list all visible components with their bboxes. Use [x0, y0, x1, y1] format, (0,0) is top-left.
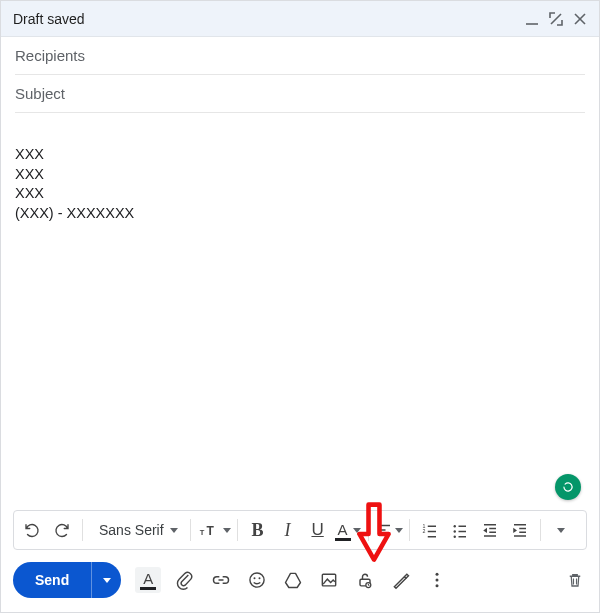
- header-controls: [525, 12, 587, 26]
- compose-window: Draft saved Recipients Subject XXX XXX X…: [0, 0, 600, 613]
- chevron-down-icon: [170, 528, 178, 533]
- bold-button[interactable]: B: [244, 515, 272, 545]
- svg-point-42: [436, 584, 439, 587]
- svg-line-1: [551, 14, 561, 24]
- svg-point-16: [453, 530, 455, 532]
- svg-point-15: [453, 525, 455, 527]
- recipients-placeholder: Recipients: [15, 47, 85, 64]
- svg-point-17: [453, 536, 455, 538]
- chevron-down-icon: [223, 528, 231, 533]
- chevron-down-icon: [557, 528, 565, 533]
- svg-text:2: 2: [422, 528, 425, 534]
- grammarly-status-icon[interactable]: [555, 474, 581, 500]
- confidential-mode-icon[interactable]: [353, 568, 377, 592]
- svg-text:T: T: [199, 528, 204, 537]
- discard-draft-icon[interactable]: [563, 568, 587, 592]
- compose-tools: A: [135, 567, 587, 593]
- insert-emoji-icon[interactable]: [245, 568, 269, 592]
- more-options-icon[interactable]: [425, 568, 449, 592]
- separator: [409, 519, 410, 541]
- subject-field[interactable]: Subject: [15, 75, 585, 113]
- subject-placeholder: Subject: [15, 85, 65, 102]
- compose-header: Draft saved: [1, 1, 599, 37]
- svg-point-31: [250, 573, 264, 587]
- more-formatting-dropdown[interactable]: [547, 515, 575, 545]
- compose-title: Draft saved: [13, 11, 85, 27]
- message-body[interactable]: XXX XXX XXX (XXX) - XXXXXXX: [1, 113, 599, 510]
- text-color-dropdown[interactable]: A: [334, 515, 362, 545]
- insert-photo-icon[interactable]: [317, 568, 341, 592]
- svg-marker-25: [483, 528, 487, 533]
- formatting-toolbar: Sans Serif TT B I U A 12: [13, 510, 587, 550]
- send-row: Send A: [1, 558, 599, 612]
- fields-area: Recipients Subject: [1, 37, 599, 113]
- fullscreen-icon[interactable]: [549, 12, 563, 26]
- attach-file-icon[interactable]: [173, 568, 197, 592]
- indent-more-button[interactable]: [506, 515, 534, 545]
- chevron-down-icon: [103, 578, 111, 583]
- separator: [82, 519, 83, 541]
- svg-line-39: [369, 585, 370, 586]
- redo-button[interactable]: [48, 515, 76, 545]
- separator: [368, 519, 369, 541]
- insert-drive-icon[interactable]: [281, 568, 305, 592]
- chevron-down-icon: [353, 528, 361, 533]
- font-family-label: Sans Serif: [99, 522, 164, 538]
- align-dropdown[interactable]: [375, 515, 403, 545]
- insert-link-icon[interactable]: [209, 568, 233, 592]
- close-icon[interactable]: [573, 12, 587, 26]
- bulleted-list-button[interactable]: [446, 515, 474, 545]
- svg-point-32: [254, 577, 256, 579]
- minimize-icon[interactable]: [525, 12, 539, 26]
- separator: [190, 519, 191, 541]
- svg-point-33: [259, 577, 261, 579]
- send-options-dropdown[interactable]: [91, 562, 121, 598]
- svg-marker-34: [286, 573, 301, 587]
- send-button[interactable]: Send: [13, 562, 91, 598]
- undo-button[interactable]: [18, 515, 46, 545]
- svg-text:T: T: [206, 524, 214, 538]
- font-size-dropdown[interactable]: TT: [197, 515, 231, 545]
- recipients-field[interactable]: Recipients: [15, 37, 585, 75]
- numbered-list-button[interactable]: 12: [416, 515, 444, 545]
- svg-point-40: [436, 573, 439, 576]
- svg-marker-30: [513, 528, 517, 533]
- underline-button[interactable]: U: [304, 515, 332, 545]
- font-family-dropdown[interactable]: Sans Serif: [89, 515, 184, 545]
- chevron-down-icon: [395, 528, 403, 533]
- indent-less-button[interactable]: [476, 515, 504, 545]
- send-group: Send: [13, 562, 121, 598]
- svg-point-41: [436, 579, 439, 582]
- separator: [540, 519, 541, 541]
- separator: [237, 519, 238, 541]
- formatting-options-button[interactable]: A: [135, 567, 161, 593]
- italic-button[interactable]: I: [274, 515, 302, 545]
- insert-signature-icon[interactable]: [389, 568, 413, 592]
